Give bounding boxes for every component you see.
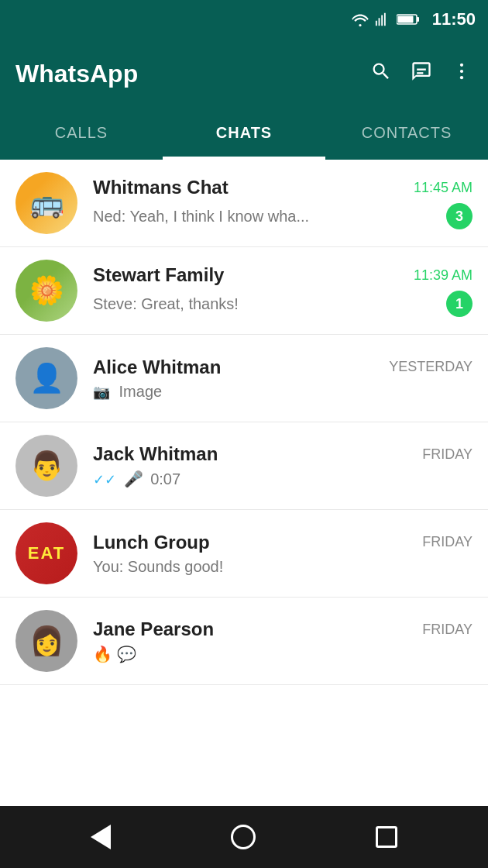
chat-time-lunch: FRIDAY	[422, 534, 473, 550]
tab-chats[interactable]: CHATS	[163, 108, 325, 157]
unread-badge-stewart: 1	[446, 291, 473, 317]
unread-badge-whitmans: 3	[446, 203, 473, 229]
svg-point-7	[460, 76, 463, 79]
chat-time-jack: FRIDAY	[422, 446, 473, 463]
chat-content-alice: Alice Whitman YESTERDAY 📷 Image	[93, 356, 473, 401]
avatar-jack	[15, 435, 77, 497]
navigation-bar	[0, 806, 488, 868]
chat-item-stewart[interactable]: Stewart Family 11:39 AM Steve: Great, th…	[0, 247, 488, 335]
wifi-icon	[350, 12, 370, 27]
chat-content-jack: Jack Whitman FRIDAY ✓✓ 🎤 0:07	[93, 443, 473, 488]
chat-preview-row-jack: ✓✓ 🎤 0:07	[93, 470, 473, 488]
chat-preview-row-alice: 📷 Image	[93, 383, 473, 401]
chat-header-stewart: Stewart Family 11:39 AM	[93, 264, 473, 286]
avatar-alice	[15, 347, 77, 409]
mic-icon: 🎤	[124, 470, 143, 487]
chat-content-lunch: Lunch Group FRIDAY You: Sounds good!	[93, 532, 473, 576]
chat-preview-row-lunch: You: Sounds good!	[93, 558, 473, 576]
chat-preview-stewart: Steve: Great, thanks!	[93, 295, 440, 313]
avatar-stewart	[15, 260, 77, 322]
status-bar: 11:50	[0, 0, 488, 39]
avatar-lunch	[15, 522, 77, 584]
chat-preview-row-jane: 🔥 💬	[93, 645, 473, 663]
chat-content-jane: Jane Pearson FRIDAY 🔥 💬	[93, 618, 473, 663]
chat-name-jack: Jack Whitman	[93, 443, 218, 465]
chat-preview-whitmans: Ned: Yeah, I think I know wha...	[93, 208, 440, 226]
chat-content-whitmans: Whitmans Chat 11:45 AM Ned: Yeah, I thin…	[93, 177, 473, 229]
chat-header-lunch: Lunch Group FRIDAY	[93, 532, 473, 553]
chat-header-jack: Jack Whitman FRIDAY	[93, 443, 473, 465]
tab-bar: CALLS CHATS CONTACTS	[0, 108, 488, 160]
chat-preview-row-stewart: Steve: Great, thanks! 1	[93, 291, 473, 317]
chat-preview-alice: 📷 Image	[93, 383, 473, 401]
menu-icon[interactable]	[451, 60, 473, 88]
svg-point-5	[460, 63, 463, 66]
tab-calls[interactable]: CALLS	[0, 108, 163, 157]
chat-preview-jack: ✓✓ 🎤 0:07	[93, 470, 473, 488]
chat-item-jack[interactable]: Jack Whitman FRIDAY ✓✓ 🎤 0:07	[0, 422, 488, 510]
chat-content-stewart: Stewart Family 11:39 AM Steve: Great, th…	[93, 264, 473, 317]
chat-name-whitmans: Whitmans Chat	[93, 177, 229, 198]
svg-rect-1	[417, 17, 419, 22]
chat-list: Whitmans Chat 11:45 AM Ned: Yeah, I thin…	[0, 160, 488, 806]
tab-contacts[interactable]: CONTACTS	[325, 108, 488, 157]
chat-time-whitmans: 11:45 AM	[414, 180, 473, 196]
chat-header-jane: Jane Pearson FRIDAY	[93, 618, 473, 640]
chat-name-lunch: Lunch Group	[93, 532, 210, 553]
chat-time-stewart: 11:39 AM	[414, 267, 473, 284]
home-button[interactable]	[231, 825, 256, 849]
back-button[interactable]	[91, 825, 111, 849]
chat-item-whitmans[interactable]: Whitmans Chat 11:45 AM Ned: Yeah, I thin…	[0, 160, 488, 247]
new-chat-icon[interactable]	[411, 60, 432, 88]
chat-name-jane: Jane Pearson	[93, 618, 214, 640]
status-icons	[350, 12, 420, 27]
svg-rect-2	[397, 16, 413, 23]
chat-preview-row-whitmans: Ned: Yeah, I think I know wha... 3	[93, 203, 473, 229]
header-actions	[370, 60, 473, 88]
chat-name-alice: Alice Whitman	[93, 356, 221, 378]
svg-rect-4	[417, 72, 423, 74]
chat-time-jane: FRIDAY	[422, 622, 473, 638]
battery-icon	[397, 12, 420, 26]
avatar-whitmans	[15, 172, 77, 234]
chat-header-whitmans: Whitmans Chat 11:45 AM	[93, 177, 473, 198]
double-check-icon: ✓✓	[93, 472, 116, 487]
chat-preview-jane: 🔥 💬	[93, 645, 473, 663]
avatar-jane	[15, 610, 77, 672]
chat-header-alice: Alice Whitman YESTERDAY	[93, 356, 473, 378]
chat-item-alice[interactable]: Alice Whitman YESTERDAY 📷 Image	[0, 335, 488, 422]
svg-rect-3	[417, 68, 426, 70]
search-icon[interactable]	[370, 60, 392, 88]
chat-preview-lunch: You: Sounds good!	[93, 558, 473, 576]
chat-item-jane[interactable]: Jane Pearson FRIDAY 🔥 💬	[0, 598, 488, 685]
signal-icon	[375, 12, 392, 27]
status-time: 11:50	[432, 9, 476, 29]
chat-name-stewart: Stewart Family	[93, 264, 224, 286]
app-title: WhatsApp	[15, 60, 370, 88]
recent-button[interactable]	[376, 826, 397, 848]
chat-item-lunch[interactable]: Lunch Group FRIDAY You: Sounds good!	[0, 510, 488, 598]
chat-time-alice: YESTERDAY	[389, 359, 473, 375]
app-header: WhatsApp	[0, 39, 488, 108]
svg-point-6	[460, 69, 463, 72]
camera-icon: 📷	[93, 384, 110, 400]
